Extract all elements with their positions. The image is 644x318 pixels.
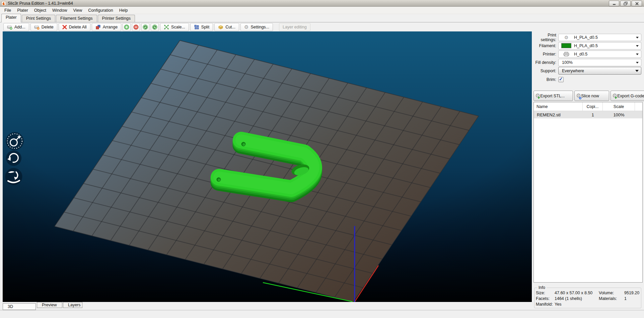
brim-checkbox[interactable]: ✓: [558, 77, 564, 82]
rotate-cw-icon: [152, 24, 157, 30]
export-gcode-button[interactable]: ⚙ Export G-code...: [611, 91, 644, 101]
info-title: Info: [537, 285, 547, 290]
column-extra: [635, 102, 642, 111]
view-tab-preview[interactable]: Preview: [37, 302, 62, 308]
fill-density-combo[interactable]: 100%: [558, 59, 641, 66]
minimize-button[interactable]: [609, 1, 619, 6]
place-on-bed-icon[interactable]: [5, 168, 22, 185]
split-button[interactable]: Split: [190, 23, 213, 31]
check-icon: ✓: [559, 76, 563, 82]
split-label: Split: [201, 25, 209, 29]
rotate-ccw-button[interactable]: [141, 23, 149, 31]
column-scale[interactable]: Scale: [603, 102, 635, 111]
close-icon: [635, 2, 639, 5]
menu-object[interactable]: Object: [31, 7, 49, 13]
support-combo[interactable]: Everywhere: [558, 67, 641, 75]
scale-button[interactable]: Scale...: [160, 23, 189, 31]
rotate-ccw-view-icon[interactable]: [6, 150, 22, 166]
more-copies-button[interactable]: [123, 23, 131, 31]
brim-label: Brim:: [533, 77, 556, 82]
view-tab-3d[interactable]: 3D: [3, 303, 36, 310]
toolbar: Add... Delete Delete All Arrange: [0, 22, 644, 31]
app-logo-icon: [1, 1, 6, 6]
filament-combo[interactable]: H_PLA_d0.5: [558, 42, 641, 49]
scale-label: Scale...: [171, 25, 185, 29]
arrange-button[interactable]: Arrange: [92, 23, 121, 31]
tab-plater[interactable]: Plater: [1, 14, 21, 22]
3d-viewport[interactable]: [3, 31, 532, 302]
arrange-icon: [95, 24, 101, 30]
print-settings-value: H_PLA_d0.5: [574, 35, 598, 40]
settings-label: Settings...: [251, 25, 269, 29]
scene-canvas[interactable]: [3, 31, 532, 302]
cut-icon: [218, 24, 223, 30]
view-tab-bar: 3D Preview Layers: [3, 302, 532, 310]
rotate-view-icon[interactable]: [5, 132, 24, 150]
delete-icon: [34, 24, 40, 30]
delete-all-button[interactable]: Delete All: [59, 23, 90, 31]
arrange-label: Arrange: [103, 25, 118, 29]
add-icon: [7, 24, 12, 30]
plus-icon: [124, 24, 129, 30]
manifold-label: Manifold:: [536, 302, 555, 307]
rotate-cw-button[interactable]: [151, 23, 159, 31]
info-box: Info Size: 47.60 x 57.00 x 8.50 Volume: …: [534, 288, 641, 308]
volume-label: Volume:: [599, 291, 624, 295]
delete-button[interactable]: Delete: [30, 23, 57, 31]
menu-window[interactable]: Window: [49, 7, 70, 13]
settings-button[interactable]: ⚙ Settings...: [240, 23, 273, 31]
filament-label: Filament:: [533, 43, 556, 48]
view-tab-3d-label: 3D: [8, 304, 13, 309]
column-copies[interactable]: Copi...: [583, 102, 603, 111]
menu-help[interactable]: Help: [116, 7, 131, 13]
object-copies: 1: [583, 112, 603, 117]
fill-density-value: 100%: [562, 60, 573, 65]
printer-icon: [563, 52, 569, 57]
export-stl-button[interactable]: ⚙ Export STL...: [533, 91, 573, 101]
restore-button[interactable]: [620, 1, 631, 6]
printer-value: H_d0.5: [574, 52, 587, 57]
view-tab-layers[interactable]: Layers: [63, 302, 82, 308]
cut-label: Cut...: [225, 25, 235, 29]
add-label: Add...: [14, 25, 25, 29]
title-bar: Slic3r Prusa Edition - 1.41.3+win64: [0, 0, 644, 7]
menu-view[interactable]: View: [70, 7, 85, 13]
tab-printer-settings[interactable]: Printer Settings: [98, 15, 135, 22]
chevron-down-icon: [636, 37, 639, 38]
slice-now-button[interactable]: ⚙ Slice now: [574, 91, 609, 101]
menu-configuration[interactable]: Configuration: [85, 7, 116, 13]
support-label: Support:: [533, 69, 556, 73]
close-button[interactable]: [632, 1, 642, 6]
window-title: Slic3r Prusa Edition - 1.41.3+win64: [8, 1, 73, 6]
materials-label: Materials:: [599, 296, 624, 301]
chevron-down-icon: [636, 45, 639, 47]
menu-plater[interactable]: Plater: [14, 7, 31, 13]
size-value: 47.60 x 57.00 x 8.50: [555, 291, 599, 295]
menu-file[interactable]: File: [1, 7, 14, 13]
column-name[interactable]: Name: [534, 102, 583, 111]
view-tab-preview-label: Preview: [42, 303, 57, 307]
filament-color-swatch: [561, 43, 571, 48]
gear-icon: ⚙: [564, 35, 569, 40]
fill-density-label: Fill density:: [533, 60, 556, 65]
object-row[interactable]: REMEN2.stl 1 100%: [534, 111, 642, 118]
object-scale: 100%: [603, 112, 635, 117]
filament-value: H_PLA_d0.5: [574, 43, 598, 48]
size-label: Size:: [536, 291, 555, 295]
print-settings-combo[interactable]: ⚙ H_PLA_d0.5: [558, 34, 641, 41]
object-list: Name Copi... Scale REMEN2.stl 1 100%: [533, 102, 643, 283]
slice-now-label: Slice now: [581, 94, 599, 98]
export-gcode-label: Export G-code...: [617, 94, 644, 98]
printer-combo[interactable]: H_d0.5: [558, 50, 641, 58]
chevron-down-icon: [636, 54, 639, 55]
delete-all-label: Delete All: [69, 25, 87, 29]
add-button[interactable]: Add...: [3, 23, 29, 31]
gear-icon: ⚙: [244, 24, 248, 29]
tab-filament-settings[interactable]: Filament Settings: [56, 15, 97, 22]
menu-bar: File Plater Object Window View Configura…: [0, 7, 644, 14]
facets-label: Facets:: [536, 296, 555, 301]
fewer-copies-button[interactable]: [132, 23, 140, 31]
cut-button[interactable]: Cut...: [214, 23, 239, 31]
minus-icon: [133, 24, 139, 30]
tab-print-settings[interactable]: Print Settings: [22, 15, 55, 22]
